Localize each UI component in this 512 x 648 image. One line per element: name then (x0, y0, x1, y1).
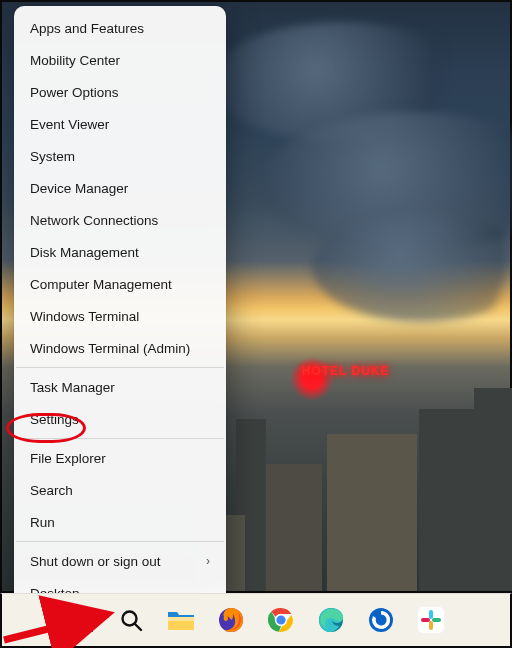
chevron-right-icon: › (206, 554, 210, 568)
menu-item-label: Settings (30, 412, 79, 427)
menu-item-label: Power Options (30, 85, 119, 100)
svg-rect-0 (69, 608, 80, 619)
cloud-decoration (312, 212, 512, 322)
menu-item-network-connections[interactable]: Network Connections (14, 204, 226, 236)
menu-item-disk-management[interactable]: Disk Management (14, 236, 226, 268)
firefox-icon[interactable] (214, 603, 248, 637)
menu-item-power-options[interactable]: Power Options (14, 76, 226, 108)
menu-item-label: Mobility Center (30, 53, 120, 68)
menu-item-search[interactable]: Search (14, 474, 226, 506)
svg-rect-3 (82, 621, 93, 632)
menu-item-windows-terminal[interactable]: Windows Terminal (14, 300, 226, 332)
menu-item-apps-and-features[interactable]: Apps and Features (14, 12, 226, 44)
menu-item-label: File Explorer (30, 451, 106, 466)
menu-item-label: Apps and Features (30, 21, 144, 36)
menu-item-label: Search (30, 483, 73, 498)
menu-item-label: Network Connections (30, 213, 158, 228)
menu-item-label: Windows Terminal (Admin) (30, 341, 190, 356)
menu-item-computer-management[interactable]: Computer Management (14, 268, 226, 300)
file-explorer-icon[interactable] (164, 603, 198, 637)
menu-item-label: Computer Management (30, 277, 172, 292)
menu-item-settings[interactable]: Settings (14, 403, 226, 435)
svg-rect-16 (432, 618, 441, 622)
menu-item-windows-terminal-admin[interactable]: Windows Terminal (Admin) (14, 332, 226, 364)
menu-separator (16, 541, 224, 542)
svg-rect-7 (168, 617, 194, 621)
svg-rect-15 (429, 610, 433, 619)
slack-icon[interactable] (414, 603, 448, 637)
menu-separator (16, 438, 224, 439)
menu-item-label: Disk Management (30, 245, 139, 260)
svg-line-5 (135, 624, 141, 630)
app-blue-icon[interactable] (364, 603, 398, 637)
menu-item-file-explorer[interactable]: File Explorer (14, 442, 226, 474)
menu-item-label: Event Viewer (30, 117, 109, 132)
menu-item-shut-down-or-sign-out[interactable]: Shut down or sign out› (14, 545, 226, 577)
svg-rect-17 (429, 621, 433, 630)
menu-item-device-manager[interactable]: Device Manager (14, 172, 226, 204)
menu-item-task-manager[interactable]: Task Manager (14, 371, 226, 403)
menu-item-label: Shut down or sign out (30, 554, 161, 569)
menu-item-label: Run (30, 515, 55, 530)
power-user-menu: Apps and FeaturesMobility CenterPower Op… (14, 6, 226, 615)
menu-item-label: Windows Terminal (30, 309, 139, 324)
search-icon[interactable] (114, 603, 148, 637)
start-button[interactable] (64, 603, 98, 637)
menu-item-label: System (30, 149, 75, 164)
chrome-icon[interactable] (264, 603, 298, 637)
menu-item-system[interactable]: System (14, 140, 226, 172)
menu-item-mobility-center[interactable]: Mobility Center (14, 44, 226, 76)
svg-rect-18 (421, 618, 430, 622)
menu-item-label: Task Manager (30, 380, 115, 395)
taskbar (0, 593, 512, 648)
svg-rect-2 (69, 621, 80, 632)
menu-item-run[interactable]: Run (14, 506, 226, 538)
menu-item-label: Device Manager (30, 181, 128, 196)
neon-sign: HOTEL DUKE (302, 364, 390, 378)
menu-separator (16, 367, 224, 368)
svg-rect-1 (82, 608, 93, 619)
menu-item-event-viewer[interactable]: Event Viewer (14, 108, 226, 140)
edge-icon[interactable] (314, 603, 348, 637)
